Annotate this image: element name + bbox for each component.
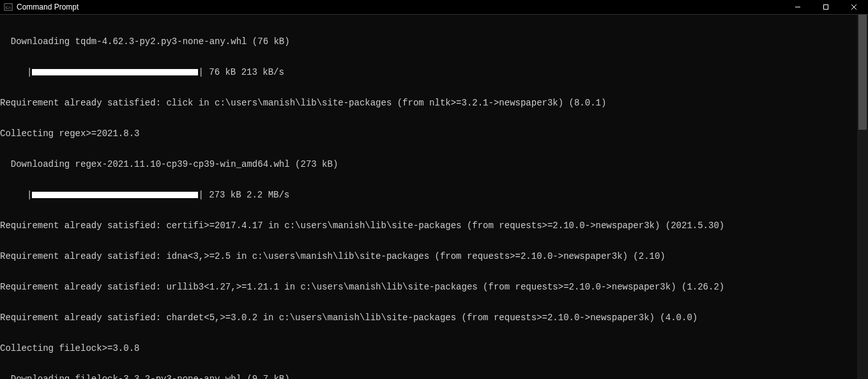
output-line: Requirement already satisfied: certifi>=… — [0, 220, 857, 231]
output-line: Downloading regex-2021.11.10-cp39-cp39-w… — [0, 159, 857, 169]
scroll-thumb[interactable] — [858, 15, 867, 130]
progress-prefix: | — [0, 190, 32, 200]
titlebar-left: C:\ Command Prompt — [4, 3, 79, 12]
output-line: Collecting regex>=2021.8.3 — [0, 128, 857, 139]
terminal-output[interactable]: Downloading tqdm-4.62.3-py2.py3-none-any… — [0, 15, 857, 379]
output-line: Requirement already satisfied: click in … — [0, 98, 857, 108]
output-line: Downloading filelock-3.3.2-py3-none-any.… — [0, 374, 857, 379]
window-controls — [784, 0, 868, 14]
progress-bar-icon — [32, 192, 198, 198]
output-line: Requirement already satisfied: urllib3<1… — [0, 282, 857, 292]
window-title: Command Prompt — [17, 3, 79, 12]
vertical-scrollbar[interactable] — [857, 15, 868, 379]
svg-rect-3 — [824, 5, 828, 10]
output-line: Requirement already satisfied: chardet<5… — [0, 313, 857, 323]
progress-suffix: | 273 kB 2.2 MB/s — [198, 190, 289, 200]
cmd-icon: C:\ — [4, 3, 13, 12]
svg-text:C:\: C:\ — [6, 5, 11, 10]
minimize-button[interactable] — [784, 0, 812, 14]
output-line: Requirement already satisfied: idna<3,>=… — [0, 251, 857, 261]
output-line: || 273 kB 2.2 MB/s — [0, 190, 857, 200]
output-line: || 76 kB 213 kB/s — [0, 67, 857, 77]
progress-bar-icon — [32, 69, 198, 75]
output-line: Downloading tqdm-4.62.3-py2.py3-none-any… — [0, 36, 857, 47]
progress-prefix: | — [0, 67, 32, 77]
titlebar: C:\ Command Prompt — [0, 0, 868, 15]
progress-suffix: | 76 kB 213 kB/s — [198, 67, 284, 77]
output-line: Collecting filelock>=3.0.8 — [0, 343, 857, 353]
maximize-button[interactable] — [812, 0, 840, 14]
close-button[interactable] — [840, 0, 868, 14]
